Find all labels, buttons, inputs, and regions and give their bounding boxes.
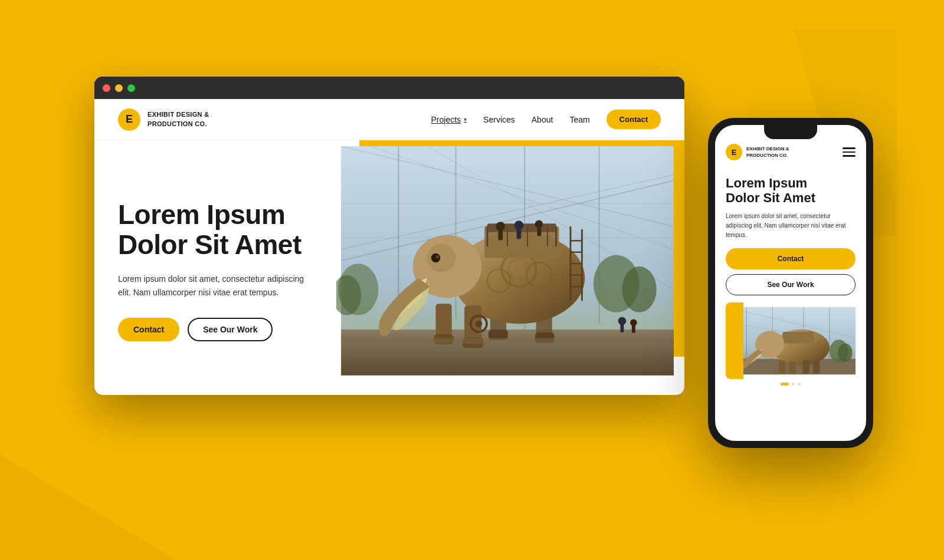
- phone-mockup: E EXHIBIT DESIGN & PRODUCTION CO. Lorem …: [708, 118, 873, 448]
- dot-3: [798, 383, 801, 386]
- svg-rect-45: [436, 304, 452, 339]
- browser-titlebar: [94, 77, 684, 99]
- svg-point-56: [618, 317, 627, 325]
- hamburger-line-2: [843, 151, 856, 153]
- svg-point-33: [496, 222, 506, 231]
- hero-left: Lorem Ipsum Dolor Sit Amet Lorem ipsum d…: [94, 140, 378, 395]
- mobile-logo-area: E EXHIBIT DESIGN & PRODUCTION CO.: [726, 144, 789, 160]
- mobile-elephant-svg: [726, 302, 856, 379]
- svg-rect-74: [802, 360, 809, 373]
- mobile-content: Lorem Ipsum Dolor Sit Amet Lorem ipsum d…: [715, 167, 866, 441]
- mobile-yellow-bar: [726, 302, 743, 379]
- hero-title: Lorem Ipsum Dolor Sit Amet: [118, 200, 354, 259]
- mobile-title-line2: Dolor Sit Amet: [726, 190, 815, 205]
- svg-rect-70: [783, 332, 814, 343]
- svg-rect-73: [789, 361, 795, 373]
- hero-image-container: [336, 146, 678, 375]
- svg-point-35: [514, 220, 524, 230]
- hero-see-work-button[interactable]: See Our Work: [188, 318, 273, 341]
- nav-services[interactable]: Services: [483, 115, 515, 124]
- svg-rect-59: [632, 325, 635, 333]
- svg-rect-57: [620, 324, 624, 332]
- hamburger-line-3: [843, 155, 856, 157]
- logo-icon: E: [118, 108, 140, 131]
- nav-projects[interactable]: Projects ▾: [431, 115, 467, 124]
- logo-area: E EXHIBIT DESIGN & PRODUCTION CO.: [118, 108, 209, 131]
- mobile-image-container: [726, 302, 856, 379]
- hamburger-line-1: [843, 147, 856, 149]
- phone-screen: E EXHIBIT DESIGN & PRODUCTION CO. Lorem …: [715, 125, 866, 441]
- hero-title-line2: Dolor Sit Amet: [118, 229, 301, 260]
- svg-point-42: [436, 255, 440, 259]
- svg-point-48: [476, 320, 483, 327]
- mobile-hero-description: Lorem ipsum dolor sit amet, consectetur …: [726, 212, 856, 240]
- mobile-hero-title: Lorem Ipsum Dolor Sit Amet: [726, 176, 856, 206]
- hero-image-area: [342, 140, 684, 395]
- dot-2: [792, 383, 795, 386]
- desktop-hero: Lorem Ipsum Dolor Sit Amet Lorem ipsum d…: [94, 140, 684, 395]
- logo-line2: PRODUCTION CO.: [148, 120, 207, 127]
- hero-title-line1: Lorem Ipsum: [118, 199, 285, 230]
- nav-team[interactable]: Team: [569, 115, 589, 124]
- svg-rect-75: [813, 361, 820, 373]
- close-dot[interactable]: [103, 84, 110, 92]
- hero-description: Lorem ipsum dolor sit amet, consectetur …: [118, 272, 313, 299]
- hero-contact-button[interactable]: Contact: [118, 318, 179, 341]
- hero-buttons: Contact See Our Work: [118, 318, 354, 341]
- svg-point-77: [838, 343, 853, 362]
- mobile-dots: [726, 379, 856, 389]
- mobile-title-line1: Lorem Ipsum: [726, 176, 807, 190]
- svg-point-41: [431, 253, 441, 263]
- browser-content: E EXHIBIT DESIGN & PRODUCTION CO. Projec…: [94, 99, 684, 395]
- browser-window: E EXHIBIT DESIGN & PRODUCTION CO. Projec…: [94, 77, 684, 395]
- chevron-down-icon: ▾: [464, 116, 467, 123]
- projects-label: Projects: [431, 115, 461, 124]
- maximize-dot[interactable]: [127, 84, 135, 92]
- mobile-contact-button[interactable]: Contact: [726, 248, 856, 269]
- bg-shape-left: [0, 383, 177, 560]
- minimize-dot[interactable]: [115, 84, 123, 92]
- nav-about[interactable]: About: [532, 115, 553, 124]
- mobile-logo-line1: EXHIBIT DESIGN &: [746, 146, 789, 151]
- svg-rect-36: [517, 229, 522, 239]
- elephant-scene-svg: [336, 146, 678, 375]
- dot-1: [781, 383, 789, 386]
- mobile-logo-icon: E: [726, 144, 742, 160]
- mobile-see-work-button[interactable]: See Our Work: [726, 274, 856, 295]
- desktop-nav-links: Projects ▾ Services About Team Contact: [431, 110, 661, 129]
- svg-rect-34: [498, 230, 503, 240]
- svg-rect-72: [779, 360, 785, 373]
- svg-rect-38: [537, 227, 542, 236]
- svg-rect-60: [341, 338, 674, 344]
- logo-line1: EXHIBIT DESIGN &: [148, 111, 209, 118]
- logo-text: EXHIBIT DESIGN & PRODUCTION CO.: [148, 110, 209, 129]
- hamburger-menu-button[interactable]: [843, 147, 856, 157]
- mobile-logo-line2: PRODUCTION CO.: [746, 153, 788, 158]
- svg-point-14: [622, 266, 656, 312]
- mobile-logo-text: EXHIBIT DESIGN & PRODUCTION CO.: [746, 146, 789, 159]
- desktop-navbar: E EXHIBIT DESIGN & PRODUCTION CO. Projec…: [94, 99, 684, 140]
- phone-notch: [764, 125, 817, 139]
- nav-contact-button[interactable]: Contact: [607, 110, 661, 129]
- svg-point-37: [535, 220, 543, 228]
